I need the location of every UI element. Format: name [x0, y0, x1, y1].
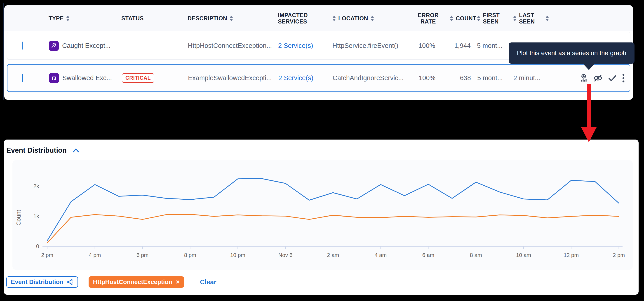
type-label: Caught Except... — [62, 42, 110, 49]
column-header-last-seen[interactable]: LAST SEEN — [513, 12, 549, 25]
row-checkbox[interactable] — [22, 74, 23, 82]
svg-text:2 am: 2 am — [327, 252, 339, 258]
resolve-check-icon[interactable] — [608, 74, 617, 82]
sort-icon[interactable] — [477, 15, 481, 21]
location-cell: CatchAndIgnoreServic... — [332, 74, 407, 82]
description-cell: ExampleSwallowedExcepti... — [188, 74, 278, 82]
tooltip-text: Plot this event as a series on the graph — [517, 49, 626, 57]
last-seen-cell: 2 minut... — [514, 74, 550, 82]
sort-icon[interactable] — [450, 15, 454, 21]
type-label: Swallowed Exc... — [62, 74, 112, 82]
line-chart[interactable]: 2 pm4 pm6 pm8 pm10 pmNov 62 am4 am6 am8 … — [12, 160, 633, 270]
column-header-first-seen[interactable]: FIRST SEEN — [477, 12, 513, 25]
chart-title: Event Distribution — [6, 146, 67, 154]
column-header-description[interactable]: DESCRIPTION — [188, 15, 278, 21]
svg-text:2 pm: 2 pm — [613, 252, 625, 258]
column-label: ERROR RATE — [418, 12, 438, 25]
column-label: COUNT — [456, 15, 476, 21]
table-row-selected[interactable]: Swallowed Exc... CRITICAL ExampleSwallow… — [7, 64, 630, 92]
svg-text:10 am: 10 am — [516, 252, 531, 258]
type-cell: Caught Except... — [49, 41, 122, 51]
hide-eye-slash-icon[interactable] — [593, 74, 603, 82]
location-cell: HttpService.fireEvent() — [332, 42, 407, 49]
chart-plot-area[interactable]: 2 pm4 pm6 pm8 pm10 pmNov 62 am4 am6 am8 … — [12, 160, 633, 270]
swallowed-exception-icon — [49, 73, 59, 83]
plot-on-graph-icon[interactable] — [580, 74, 588, 82]
chart-legend-row: Event Distribution HttpHostConnectExcept… — [6, 276, 216, 288]
tooltip: Plot this event as a series on the graph — [509, 42, 634, 64]
svg-text:10 pm: 10 pm — [230, 252, 246, 258]
svg-text:1k: 1k — [34, 213, 39, 219]
description-cell: HttpHostConnectException... — [188, 42, 278, 49]
svg-text:12 pm: 12 pm — [564, 252, 579, 258]
svg-text:0: 0 — [36, 243, 39, 249]
error-rate-cell: 100% — [407, 74, 450, 82]
svg-text:2k: 2k — [34, 183, 39, 189]
critical-badge: CRITICAL — [122, 73, 154, 83]
svg-text:2 pm: 2 pm — [41, 252, 53, 258]
column-header-count[interactable]: COUNT — [450, 15, 477, 21]
kebab-menu-icon[interactable] — [622, 74, 625, 83]
svg-text:Nov 6: Nov 6 — [278, 252, 292, 258]
actions-cell — [550, 74, 630, 83]
sort-icon[interactable] — [370, 15, 374, 21]
series-chip-event-distribution[interactable]: Event Distribution — [6, 276, 78, 288]
first-seen-cell: 5 mont... — [477, 42, 513, 49]
column-header-type[interactable]: TYPE — [48, 15, 121, 21]
sort-icon[interactable] — [332, 15, 336, 21]
column-header-impacted-services[interactable]: IMPACTED SERVICES — [278, 12, 332, 25]
row-select-cell — [17, 42, 49, 49]
row-select-cell — [18, 74, 49, 82]
table-header-row: TYPE STATUS DESCRIPTION IMPACTED SERVICE… — [4, 5, 633, 31]
svg-text:4 am: 4 am — [375, 252, 387, 258]
row-checkbox[interactable] — [22, 41, 22, 50]
collapse-chevron-up-icon[interactable] — [72, 148, 79, 153]
svg-text:Count: Count — [15, 210, 22, 226]
sort-icon[interactable] — [229, 15, 233, 21]
column-label: LOCATION — [338, 15, 368, 21]
filter-chip-label: HttpHostConnectException — [93, 279, 172, 286]
column-header-status[interactable]: STATUS — [121, 15, 188, 21]
first-seen-cell: 5 mont... — [477, 74, 514, 82]
count-cell: 638 — [450, 74, 477, 82]
tooltip-tail — [582, 63, 595, 70]
svg-text:6 am: 6 am — [422, 252, 434, 258]
impacted-services-link[interactable]: 2 Service(s) — [278, 42, 332, 49]
remove-filter-icon[interactable]: × — [176, 279, 180, 285]
column-label: STATUS — [121, 15, 144, 21]
sort-icon[interactable] — [66, 15, 70, 21]
svg-text:4 pm: 4 pm — [89, 252, 101, 258]
column-label: LAST SEEN — [519, 12, 543, 25]
column-header-error-rate[interactable]: ERROR RATE — [407, 12, 450, 25]
column-label: FIRST SEEN — [483, 12, 513, 25]
column-label: DESCRIPTION — [188, 15, 227, 21]
count-cell: 1,944 — [450, 42, 477, 49]
filter-chip-httphostconnectexception[interactable]: HttpHostConnectException × — [88, 276, 184, 288]
caught-exception-icon — [49, 41, 59, 51]
sort-icon[interactable] — [545, 15, 549, 21]
svg-text:8 am: 8 am — [470, 252, 482, 258]
column-header-location[interactable]: LOCATION — [332, 15, 407, 21]
chart-title-row: Event Distribution — [6, 146, 79, 154]
series-chip-label: Event Distribution — [11, 279, 64, 286]
share-series-icon — [67, 279, 74, 286]
type-cell: Swallowed Exc... — [49, 73, 122, 83]
error-rate-cell: 100% — [407, 42, 450, 49]
clear-button[interactable]: Clear — [200, 279, 216, 286]
svg-text:8 pm: 8 pm — [184, 252, 196, 258]
divider — [192, 277, 192, 288]
status-cell: CRITICAL — [122, 73, 188, 83]
svg-text:6 pm: 6 pm — [136, 252, 148, 258]
event-distribution-panel: Event Distribution 2 pm4 pm6 pm8 pm10 pm… — [4, 140, 638, 295]
annotation-arrow — [578, 84, 599, 143]
column-label: TYPE — [48, 15, 64, 21]
column-label: IMPACTED SERVICES — [278, 12, 308, 25]
sort-icon[interactable] — [513, 15, 517, 21]
impacted-services-link[interactable]: 2 Service(s) — [278, 74, 332, 82]
